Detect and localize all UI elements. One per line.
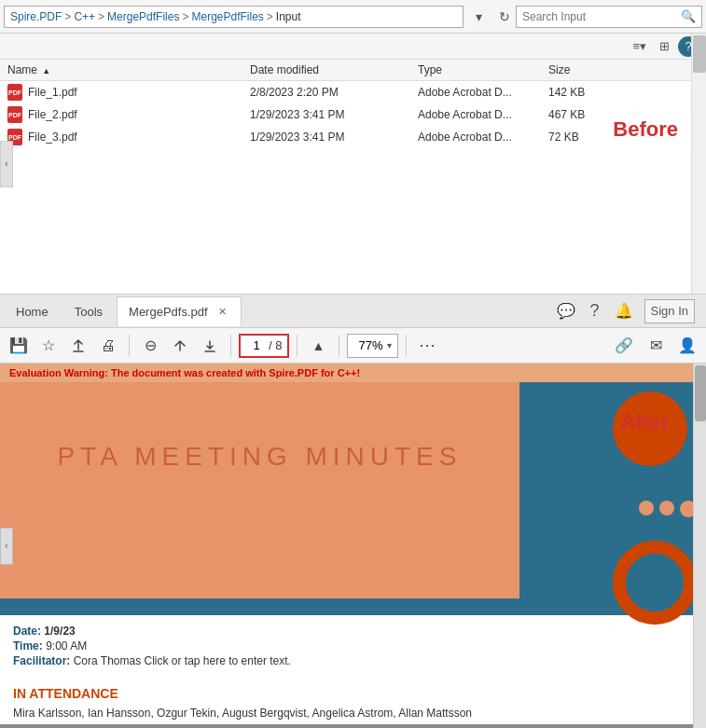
bookmark-btn[interactable]: ☆	[35, 333, 62, 359]
pta-right-panel	[519, 382, 706, 531]
attendance-heading: IN ATTENDANCE	[0, 679, 706, 705]
date-label: Date:	[13, 625, 41, 638]
print-btn[interactable]: 🖨	[95, 333, 121, 359]
search-input[interactable]	[522, 10, 681, 23]
table-row[interactable]: PDF File_1.pdf 2/8/2023 2:20 PM Adobe Ac…	[0, 81, 706, 103]
right-tool-btns: 🔗 ✉ 👤	[611, 333, 700, 359]
left-expand-arrow[interactable]: ‹	[0, 141, 13, 187]
pdf-left-expand-arrow[interactable]: ‹	[0, 528, 13, 565]
time-value: 9:00 AM	[46, 639, 87, 652]
link-btn[interactable]: 🔗	[611, 333, 637, 359]
page-number-input[interactable]: 1	[246, 338, 267, 352]
tab-tools[interactable]: Tools	[62, 296, 115, 326]
refresh-btn[interactable]: ↻	[493, 6, 516, 28]
notifications-btn[interactable]: 🔔	[611, 300, 637, 322]
breadcrumb-sep-3: >	[182, 10, 188, 23]
pta-bottom-right-area	[519, 531, 706, 615]
col-type[interactable]: Type	[418, 63, 548, 76]
circle-outline-decoration	[613, 541, 697, 625]
col-name[interactable]: Name ▲	[7, 63, 250, 76]
cursor-tool-btn[interactable]: ▲	[305, 333, 331, 359]
breadcrumb-part-5[interactable]: Input	[276, 10, 301, 23]
upload-btn[interactable]	[65, 333, 91, 359]
breadcrumb-sep-4: >	[267, 10, 273, 23]
file-name-cell: PDF File_3.pdf	[7, 129, 250, 145]
explorer-content: ≡▾ ⊞ ? Name ▲ Date modified Type Size PD…	[0, 34, 706, 295]
sort-arrow: ▲	[42, 66, 50, 76]
pdf-page: PTA MEETING MINUTES	[0, 382, 706, 724]
toolbar-sep-5	[406, 335, 407, 357]
search-icon[interactable]: 🔍	[681, 9, 696, 23]
circle-dots	[639, 501, 697, 517]
file-date: 2/8/2023 2:20 PM	[250, 86, 418, 99]
scroll-thumb[interactable]	[693, 35, 706, 73]
download-btn[interactable]	[197, 333, 223, 359]
time-label: Time:	[13, 639, 43, 652]
user-profile-btn[interactable]: 👤	[674, 333, 700, 359]
view-details-btn[interactable]: ≡▾	[628, 36, 651, 56]
zoom-input[interactable]	[353, 338, 387, 352]
file-type: Adobe Acrobat D...	[418, 86, 548, 99]
breadcrumb-part-2[interactable]: C++	[74, 10, 95, 23]
dropdown-btn[interactable]: ▾	[467, 6, 490, 28]
toolbar-sep-1	[129, 335, 130, 357]
tab-mergepdfs[interactable]: MergePdfs.pdf ✕	[117, 296, 242, 326]
file-type: Adobe Acrobat D...	[418, 130, 548, 144]
meeting-details: Date: 1/9/23 Time: 9:00 AM Facilitator: …	[0, 615, 706, 679]
facilitator-value: Cora Thomas Click or tap here to enter t…	[74, 654, 291, 667]
help-btn[interactable]: ?	[587, 299, 603, 323]
tab-tools-label: Tools	[75, 305, 103, 319]
col-date[interactable]: Date modified	[250, 63, 418, 76]
toolbar-sep-4	[339, 335, 339, 357]
time-line: Time: 9:00 AM	[13, 639, 693, 652]
pdf-scroll-bar[interactable]	[693, 364, 706, 728]
pta-header: PTA MEETING MINUTES	[0, 382, 706, 531]
breadcrumb-part-1[interactable]: Spire.PDF	[10, 10, 62, 23]
after-label: After	[621, 410, 669, 434]
tab-close-btn[interactable]: ✕	[215, 305, 229, 319]
file-list: PDF File_1.pdf 2/8/2023 2:20 PM Adobe Ac…	[0, 81, 706, 148]
file-size: 72 KB	[548, 130, 623, 144]
breadcrumb-sep-1: >	[64, 10, 71, 23]
file-name: File_3.pdf	[28, 130, 77, 144]
dot-2	[659, 501, 674, 515]
breadcrumb-part-4[interactable]: MergePdfFiles	[191, 10, 263, 23]
attendance-body: Mira Karlsson, Ian Hansson, Ozgur Tekin,…	[0, 705, 706, 724]
chat-btn[interactable]: 💬	[553, 300, 579, 322]
zoom-dropdown-btn[interactable]: ▾	[387, 340, 392, 350]
facilitator-label: Facilitator:	[13, 654, 70, 667]
table-row[interactable]: PDF File_2.pdf 1/29/2023 3:41 PM Adobe A…	[0, 103, 706, 126]
pta-left-panel: PTA MEETING MINUTES	[0, 382, 519, 531]
scroll-track[interactable]	[691, 34, 706, 294]
warning-banner: Evaluation Warning: The document was cre…	[0, 364, 706, 382]
email-btn[interactable]: ✉	[643, 333, 669, 359]
pdf-scroll-thumb[interactable]	[695, 365, 706, 421]
breadcrumb[interactable]: Spire.PDF > C++ > MergePdfFiles > MergeP…	[4, 6, 464, 28]
file-name-cell: PDF File_1.pdf	[7, 84, 250, 101]
file-date: 1/29/2023 3:41 PM	[250, 108, 418, 121]
sign-in-btn[interactable]: Sign In	[644, 299, 695, 323]
explorer-bar: Spire.PDF > C++ > MergePdfFiles > MergeP…	[0, 0, 706, 34]
tab-mergepdfs-label: MergePdfs.pdf	[129, 305, 208, 319]
table-row[interactable]: PDF File_3.pdf 1/29/2023 3:41 PM Adobe A…	[0, 126, 706, 148]
date-value: 1/9/23	[44, 625, 75, 638]
breadcrumb-part-3[interactable]: MergePdfFiles	[107, 10, 179, 23]
more-options-btn[interactable]: ···	[414, 333, 440, 359]
dot-1	[639, 501, 654, 515]
col-size[interactable]: Size	[548, 63, 623, 76]
pdf-section: Home Tools MergePdfs.pdf ✕ 💬 ? 🔔 Sign In…	[0, 295, 706, 728]
zoom-up-btn[interactable]	[167, 333, 193, 359]
pta-title: PTA MEETING MINUTES	[58, 442, 463, 472]
file-list-header: Name ▲ Date modified Type Size	[0, 60, 706, 81]
save-btn[interactable]: 💾	[6, 333, 32, 359]
tab-home[interactable]: Home	[4, 296, 61, 326]
view-toggle-btn[interactable]: ⊞	[655, 36, 674, 56]
tab-bar: Home Tools MergePdfs.pdf ✕ 💬 ? 🔔 Sign In	[0, 295, 706, 328]
zoom-out-btn[interactable]: ⊖	[137, 333, 163, 359]
pdf-icon: PDF	[7, 106, 22, 123]
page-total: / 8	[269, 338, 282, 352]
date-line: Date: 1/9/23	[13, 625, 693, 638]
file-name: File_1.pdf	[28, 86, 77, 99]
search-box: 🔍	[516, 6, 702, 28]
file-date: 1/29/2023 3:41 PM	[250, 130, 418, 144]
